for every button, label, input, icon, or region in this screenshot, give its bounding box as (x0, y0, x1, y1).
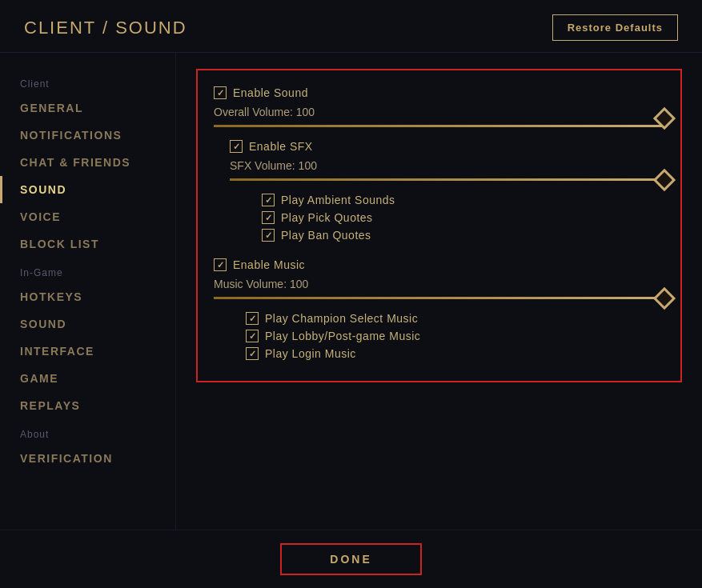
enable-sound-label: Enable Sound (233, 86, 308, 99)
play-champion-music-label: Play Champion Select Music (265, 312, 418, 325)
play-champion-music-checkbox[interactable] (246, 312, 259, 325)
play-pick-quotes-row: Play Pick Quotes (262, 211, 664, 224)
sfx-volume-slider[interactable] (230, 178, 664, 181)
play-login-music-checkbox[interactable] (246, 347, 259, 360)
music-sub-options: Play Champion Select Music Play Lobby/Po… (246, 312, 664, 360)
diamond-icon (653, 107, 676, 130)
restore-defaults-button[interactable]: Restore Defaults (552, 14, 678, 41)
music-volume-thumb (656, 290, 672, 306)
sfx-volume-thumb (656, 172, 672, 188)
enable-sfx-label: Enable SFX (249, 140, 313, 153)
music-volume-label: Music Volume: 100 (214, 278, 664, 290)
music-volume-slider[interactable] (214, 297, 664, 299)
enable-sfx-checkbox[interactable] (230, 140, 243, 153)
play-pick-quotes-checkbox[interactable] (262, 211, 275, 224)
sfx-diamond-icon (653, 169, 676, 191)
sfx-sub-options: Play Ambient Sounds Play Pick Quotes Pla… (262, 194, 664, 242)
sfx-volume-label: SFX Volume: 100 (230, 159, 664, 172)
sound-panel: Enable Sound Overall Volume: 100 (196, 69, 682, 382)
overall-volume-slider[interactable] (214, 125, 664, 127)
sidebar-item-interface[interactable]: INTERFACE (0, 338, 175, 365)
content-area: Enable Sound Overall Volume: 100 (176, 53, 702, 530)
sidebar-item-voice[interactable]: VOICE (0, 203, 175, 230)
sidebar-item-in-game-sound[interactable]: SOUND (0, 310, 175, 338)
sidebar-item-general[interactable]: GENERAL (0, 94, 175, 122)
play-ambient-row: Play Ambient Sounds (262, 194, 664, 206)
title-prefix: CLIENT / (24, 18, 115, 38)
sidebar-item-game[interactable]: GAME (0, 365, 175, 392)
client-section-label: Client (0, 69, 175, 94)
sidebar-item-sound[interactable]: SOUND (0, 176, 175, 203)
music-diamond-icon (653, 287, 676, 310)
sidebar-item-verification[interactable]: VERIFICATION (0, 445, 175, 472)
enable-music-row: Enable Music (214, 258, 664, 271)
play-login-music-label: Play Login Music (265, 347, 356, 360)
overall-volume-fill (214, 125, 664, 127)
overall-volume-thumb (656, 110, 672, 126)
title-main: SOUND (115, 18, 187, 38)
header: CLIENT / SOUND Restore Defaults (0, 0, 702, 53)
music-volume-track (214, 297, 664, 299)
enable-sound-row: Enable Sound (214, 86, 664, 99)
play-lobby-music-row: Play Lobby/Post-game Music (246, 330, 664, 342)
play-ban-quotes-row: Play Ban Quotes (262, 229, 664, 242)
enable-sound-checkbox[interactable] (214, 86, 227, 99)
sidebar-item-notifications[interactable]: NOTIFICATIONS (0, 122, 175, 149)
enable-music-label: Enable Music (233, 258, 305, 271)
play-lobby-music-checkbox[interactable] (246, 330, 259, 342)
about-section-label: About (0, 419, 175, 445)
divider-1 (214, 250, 664, 250)
play-champion-music-row: Play Champion Select Music (246, 312, 664, 325)
play-login-music-row: Play Login Music (246, 347, 664, 360)
play-ban-quotes-label: Play Ban Quotes (281, 229, 371, 242)
in-game-section-label: In-Game (0, 258, 175, 283)
done-button[interactable]: DONE (280, 543, 421, 575)
play-ambient-checkbox[interactable] (262, 194, 275, 206)
sfx-volume-track (230, 178, 664, 181)
play-ban-quotes-checkbox[interactable] (262, 229, 275, 242)
app-container: CLIENT / SOUND Restore Defaults Client G… (0, 0, 702, 588)
sfx-section: Enable SFX SFX Volume: 100 (230, 140, 664, 242)
sfx-volume-fill (230, 178, 664, 181)
play-pick-quotes-label: Play Pick Quotes (281, 211, 373, 224)
sidebar-item-block-list[interactable]: BLOCK LIST (0, 230, 175, 258)
enable-music-checkbox[interactable] (214, 258, 227, 271)
sidebar-item-replays[interactable]: REPLAYS (0, 392, 175, 419)
main-content: Client GENERAL NOTIFICATIONS CHAT & FRIE… (0, 53, 702, 530)
play-ambient-label: Play Ambient Sounds (281, 194, 395, 206)
music-volume-fill (214, 297, 664, 299)
page-title: CLIENT / SOUND (24, 18, 187, 38)
overall-volume-label: Overall Volume: 100 (214, 106, 664, 118)
enable-sfx-row: Enable SFX (230, 140, 664, 153)
sidebar-item-hotkeys[interactable]: HOTKEYS (0, 283, 175, 310)
sidebar: Client GENERAL NOTIFICATIONS CHAT & FRIE… (0, 53, 176, 530)
sidebar-item-chat-friends[interactable]: CHAT & FRIENDS (0, 149, 175, 176)
footer: DONE (0, 530, 702, 588)
play-lobby-music-label: Play Lobby/Post-game Music (265, 330, 420, 342)
overall-volume-track (214, 125, 664, 127)
